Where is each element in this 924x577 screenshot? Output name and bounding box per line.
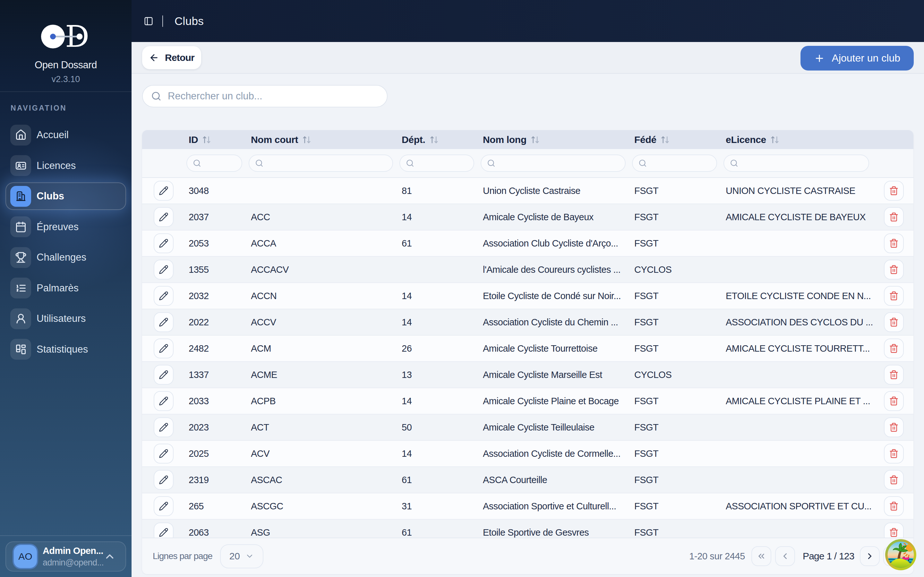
column-filter-id[interactable]: [206, 158, 237, 168]
table-row: 2482ACM26Amicale Cycliste TourrettoiseFS…: [142, 335, 913, 362]
edit-row-button[interactable]: [153, 470, 174, 490]
cell-nom-long: Etoile Sportive de Gesvres: [477, 527, 629, 538]
pencil-icon: [159, 212, 168, 222]
delete-row-button[interactable]: [884, 417, 904, 437]
delete-row-button[interactable]: [884, 522, 904, 538]
app-version: v2.3.10: [0, 74, 132, 84]
sidebar-item-palmares[interactable]: Palmarès: [5, 274, 126, 302]
sidebar-toggle-button[interactable]: [144, 16, 153, 26]
cell-delete: [872, 207, 913, 227]
edit-row-button[interactable]: [153, 286, 174, 306]
delete-row-button[interactable]: [884, 312, 904, 332]
cell-nom-long: l'Amicale des Coureurs cyclistes ...: [477, 264, 629, 275]
add-club-label: Ajouter un club: [832, 52, 900, 64]
sidebar-item-challenges[interactable]: Challenges: [5, 243, 126, 271]
delete-row-button[interactable]: [884, 444, 904, 464]
edit-row-button[interactable]: [153, 444, 174, 464]
sidebar-item-statistiques[interactable]: Statistiques: [5, 335, 126, 363]
add-club-button[interactable]: Ajouter un club: [800, 46, 914, 71]
delete-row-button[interactable]: [884, 259, 904, 279]
cell-delete: [872, 522, 913, 538]
pencil-icon: [159, 396, 168, 406]
next-page-button[interactable]: [860, 546, 880, 566]
delete-row-button[interactable]: [884, 470, 904, 490]
table-row: 265ASCGC31Association Sportive et Cultur…: [142, 493, 913, 520]
rows-per-page-select[interactable]: 20: [220, 544, 263, 568]
edit-row-button[interactable]: [153, 234, 174, 253]
edit-row-button[interactable]: [153, 496, 174, 516]
user-round-tile: [10, 308, 31, 329]
rows-per-page-label: Lignes par page: [153, 551, 212, 561]
sidebar-item-accueil[interactable]: Accueil: [5, 121, 126, 149]
sort-icon: [770, 135, 780, 145]
column-header-dept[interactable]: Dépt.: [396, 134, 477, 145]
delete-row-button[interactable]: [884, 181, 904, 201]
column-filter-dept[interactable]: [419, 158, 469, 168]
cell-fede: FSGT: [629, 317, 720, 327]
pencil-icon: [159, 186, 168, 195]
house-tile: [10, 125, 31, 145]
page-actions: Retour Ajouter un club: [132, 42, 924, 74]
cell-nom-court: ACME: [246, 370, 396, 380]
cell-edit: [142, 444, 183, 464]
column-filter-elicence[interactable]: [743, 158, 864, 168]
cell-delete: [872, 259, 913, 279]
cell-delete: [872, 286, 913, 306]
delete-row-button[interactable]: [884, 338, 904, 358]
edit-row-button[interactable]: [153, 365, 174, 385]
cell-id: 265: [183, 501, 246, 512]
trash-icon: [889, 343, 899, 353]
club-search-box: [142, 85, 388, 107]
clubs-table-card: IDNom courtDépt.Nom longFédéeLicence 304…: [142, 130, 913, 574]
previous-page-button[interactable]: [775, 546, 795, 566]
cell-id: 2053: [183, 238, 246, 249]
cell-nom-court: ACC: [246, 212, 396, 222]
edit-row-button[interactable]: [153, 312, 174, 332]
palm-island-badge[interactable]: [885, 539, 916, 570]
cell-fede: FSGT: [629, 448, 720, 459]
nav-section-label: NAVIGATION: [11, 104, 67, 113]
chevron-right-icon: [865, 551, 875, 561]
delete-row-button[interactable]: [884, 365, 904, 385]
sort-icon: [530, 135, 540, 145]
first-page-button[interactable]: [751, 546, 771, 566]
sidebar-nav: AccueilLicencesClubsÉpreuvesChallengesPa…: [5, 121, 126, 366]
column-filter-fede[interactable]: [651, 158, 712, 168]
sidebar-item-clubs[interactable]: Clubs: [5, 182, 126, 210]
sidebar-item-epreuves[interactable]: Épreuves: [5, 213, 126, 241]
column-filter-nom_long[interactable]: [500, 158, 620, 168]
cell-dept: 13: [396, 370, 477, 380]
edit-row-button[interactable]: [153, 181, 174, 201]
back-button[interactable]: Retour: [142, 46, 201, 69]
column-header-nom_long[interactable]: Nom long: [477, 134, 629, 145]
search-icon: [487, 159, 495, 167]
column-filter-nom_court[interactable]: [268, 158, 388, 168]
column-header-id[interactable]: ID: [183, 134, 246, 145]
sidebar-item-licences[interactable]: Licences: [5, 152, 126, 179]
table-row: 2037ACC14Amicale Cycliste de BayeuxFSGTA…: [142, 204, 913, 230]
column-header-fede[interactable]: Fédé: [629, 134, 720, 145]
sidebar-item-utilisateurs[interactable]: Utilisateurs: [5, 305, 126, 332]
edit-row-button[interactable]: [153, 338, 174, 358]
user-menu[interactable]: AO Admin Open... admin@opend...: [5, 542, 126, 572]
delete-row-button[interactable]: [884, 234, 904, 253]
edit-row-button[interactable]: [153, 417, 174, 437]
edit-row-button[interactable]: [153, 391, 174, 411]
edit-row-button[interactable]: [153, 207, 174, 227]
cell-edit: [142, 391, 183, 411]
column-header-elicence[interactable]: eLicence: [720, 134, 872, 145]
search-input[interactable]: [168, 90, 387, 102]
delete-row-button[interactable]: [884, 496, 904, 516]
cell-edit: [142, 181, 183, 201]
pencil-icon: [159, 343, 168, 353]
pencil-icon: [159, 318, 168, 327]
table-header-row: IDNom courtDépt.Nom longFédéeLicence: [142, 130, 913, 149]
table-body: 304881Union Cycliste CastraiseFSGTUNION …: [142, 178, 913, 538]
edit-row-button[interactable]: [153, 259, 174, 279]
edit-row-button[interactable]: [153, 522, 174, 538]
delete-row-button[interactable]: [884, 207, 904, 227]
delete-row-button[interactable]: [884, 286, 904, 306]
filter-cell-id: [183, 155, 246, 172]
delete-row-button[interactable]: [884, 391, 904, 411]
column-header-nom_court[interactable]: Nom court: [246, 134, 396, 145]
